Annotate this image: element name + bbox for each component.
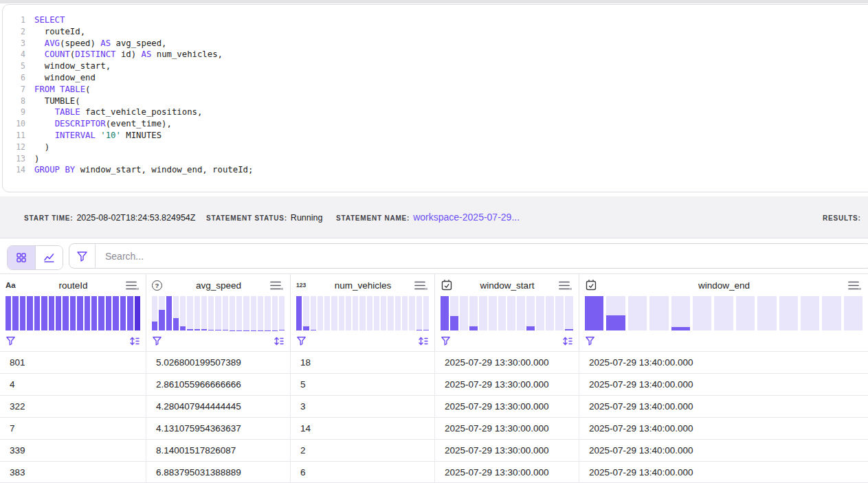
cell-window_end[interactable]: 2025-07-29 13:40:00.000 (579, 440, 868, 461)
table-row[interactable]: 3224.28040794444444532025-07-29 13:30:00… (0, 395, 868, 417)
code-line[interactable]: 2 routeId, (3, 26, 868, 38)
cell-num_vehicles[interactable]: 6 (291, 462, 435, 482)
cell-num_vehicles[interactable]: 2 (291, 440, 435, 461)
histogram-bar (374, 296, 379, 330)
code-line[interactable]: 10 DESCRIPTOR(event_time), (3, 118, 868, 130)
column-sort-icon[interactable] (129, 336, 140, 346)
cell-avg_speed[interactable]: 8.14001517826087 (146, 440, 291, 461)
cell-window_start[interactable]: 2025-07-29 13:30:00.000 (435, 352, 579, 373)
code-line[interactable]: 3 AVG(speed) AS avg_speed, (3, 38, 868, 49)
filter-button[interactable] (69, 244, 96, 268)
line-number: 12 (3, 142, 34, 153)
cell-window_end[interactable]: 2025-07-29 13:40:00.000 (579, 374, 868, 395)
cell-routeId[interactable]: 7 (0, 418, 146, 439)
histogram-bar (243, 296, 249, 330)
code-line[interactable]: 9 TABLE fact_vehicle_positions, (3, 106, 868, 118)
code-line[interactable]: 5 window_start, (3, 60, 868, 72)
cell-window_end[interactable]: 2025-07-29 13:40:00.000 (579, 396, 868, 417)
cell-avg_speed[interactable]: 2.861055966666666 (146, 374, 291, 395)
code-line[interactable]: 11 INTERVAL '10' MINUTES (3, 130, 868, 142)
table-row[interactable]: 8015.026800199507389182025-07-29 13:30:0… (0, 351, 868, 373)
column-histogram[interactable] (296, 296, 429, 330)
start-time-value: 2025-08-02T18:24:53.824954Z (76, 213, 195, 223)
chart-view-button[interactable] (35, 246, 63, 269)
cell-num_vehicles[interactable]: 14 (291, 418, 435, 439)
column-menu-icon[interactable] (126, 280, 139, 291)
cell-avg_speed[interactable]: 4.131075954363637 (146, 418, 291, 439)
histogram-bar (801, 296, 819, 330)
histogram-bar (173, 296, 179, 330)
code-text: COUNT(DISTINCT id) AS num_vehicles, (34, 49, 223, 60)
cell-routeId[interactable]: 339 (0, 440, 146, 461)
cell-routeId[interactable]: 383 (0, 462, 146, 482)
grid-view-button[interactable] (8, 246, 35, 269)
histogram-bar (303, 296, 309, 330)
column-funnel-icon[interactable] (152, 336, 162, 346)
code-line[interactable]: 7FROM TABLE( (3, 84, 868, 96)
column-funnel-icon[interactable] (296, 336, 307, 346)
cell-routeId[interactable]: 4 (0, 374, 146, 395)
histogram-bar (346, 296, 351, 330)
code-line[interactable]: 8 TUMBLE( (3, 96, 868, 107)
sql-editor[interactable]: 1SELECT2 routeId,3 AVG(speed) AS avg_spe… (2, 4, 868, 192)
code-line[interactable]: 13) (3, 153, 868, 165)
cell-window_end[interactable]: 2025-07-29 13:40:00.000 (579, 418, 868, 439)
code-line[interactable]: 14GROUP BY window_start, window_end, rou… (3, 164, 868, 176)
histogram-bar (450, 296, 458, 330)
cell-num_vehicles[interactable]: 18 (291, 352, 435, 373)
cell-num_vehicles[interactable]: 3 (291, 396, 435, 417)
cell-window_start[interactable]: 2025-07-29 13:30:00.000 (435, 440, 579, 461)
cell-routeId[interactable]: 801 (0, 352, 146, 373)
table-row[interactable]: 3836.88379503138888962025-07-29 13:30:00… (0, 461, 868, 483)
histogram-bar (402, 296, 408, 330)
histogram-bar (324, 296, 330, 330)
column-title: window_end (600, 280, 848, 291)
histogram-bar (91, 296, 97, 330)
column-funnel-icon[interactable] (441, 336, 451, 346)
start-time-label: START TIME: (24, 214, 73, 222)
cell-window_start[interactable]: 2025-07-29 13:30:00.000 (435, 462, 579, 482)
cell-window_end[interactable]: 2025-07-29 13:40:00.000 (579, 352, 868, 373)
histogram-bar (166, 296, 172, 330)
column-histogram[interactable] (441, 296, 573, 330)
cell-window_start[interactable]: 2025-07-29 13:30:00.000 (435, 396, 579, 417)
cell-avg_speed[interactable]: 4.280407944444445 (146, 396, 291, 417)
histogram-bar (526, 296, 535, 330)
column-menu-icon[interactable] (270, 280, 283, 291)
code-text: window_end (34, 72, 96, 84)
histogram-bar (70, 296, 76, 330)
cell-avg_speed[interactable]: 6.883795031388889 (146, 462, 291, 482)
column-sort-icon[interactable] (562, 336, 573, 346)
column-filter-row (435, 333, 579, 349)
code-line[interactable]: 12 ) (3, 142, 868, 153)
cell-routeId[interactable]: 322 (0, 396, 146, 417)
column-sort-icon[interactable] (274, 336, 285, 346)
column-funnel-icon[interactable] (585, 336, 595, 346)
histogram-bar (546, 296, 554, 330)
cell-window_start[interactable]: 2025-07-29 13:30:00.000 (435, 418, 579, 439)
column-histogram[interactable] (152, 296, 285, 330)
code-line[interactable]: 6 window_end (3, 72, 868, 84)
code-line[interactable]: 4 COUNT(DISTINCT id) AS num_vehicles, (3, 49, 868, 60)
search-input[interactable] (96, 251, 868, 262)
table-row[interactable]: 3398.1400151782608722025-07-29 13:30:00.… (0, 439, 868, 461)
table-row[interactable]: 74.131075954363637142025-07-29 13:30:00.… (0, 417, 868, 439)
cell-window_start[interactable]: 2025-07-29 13:30:00.000 (435, 374, 579, 395)
column-menu-icon[interactable] (848, 280, 861, 291)
code-line[interactable]: 1SELECT (3, 14, 868, 26)
column-header-top: 123num_vehicles (291, 274, 434, 296)
column-histogram[interactable] (5, 296, 140, 330)
column-sort-icon[interactable] (418, 336, 429, 346)
statement-name-link[interactable]: workspace-2025-07-29... (413, 212, 520, 223)
column-funnel-icon[interactable] (5, 336, 16, 346)
cell-window_end[interactable]: 2025-07-29 13:40:00.000 (579, 462, 868, 482)
column-menu-icon[interactable] (559, 280, 572, 291)
cell-avg_speed[interactable]: 5.026800199507389 (146, 352, 291, 373)
code-text: routeId, (34, 26, 85, 38)
column-menu-icon[interactable] (414, 280, 427, 291)
line-number: 4 (3, 49, 34, 60)
column-histogram[interactable] (585, 296, 863, 330)
calendar-icon (585, 279, 600, 291)
table-row[interactable]: 42.86105596666666652025-07-29 13:30:00.0… (0, 373, 868, 395)
cell-num_vehicles[interactable]: 5 (291, 374, 435, 395)
